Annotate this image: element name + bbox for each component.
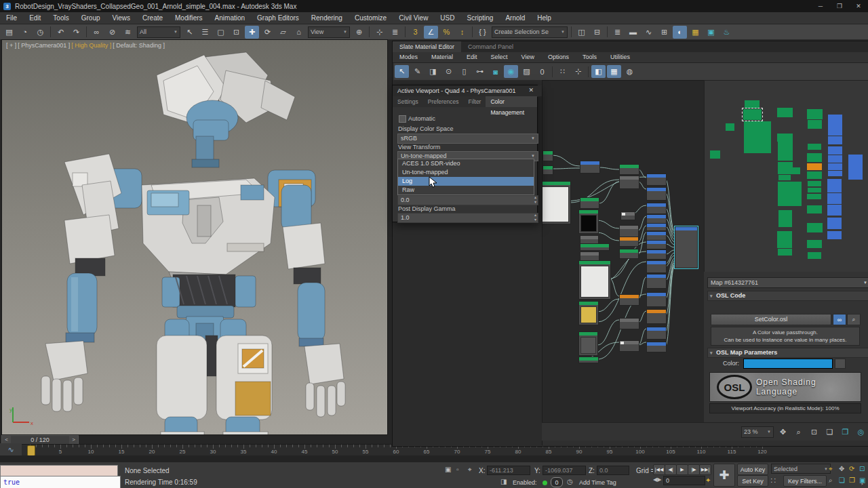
osl-code-rollout[interactable]: OSL Code (707, 291, 868, 301)
dock-tab-command-panel[interactable]: Command Panel (461, 41, 520, 52)
material-node[interactable] (646, 174, 667, 186)
slate-menu-options[interactable]: Options (541, 52, 576, 62)
select-rotate-icon[interactable]: ⟳ (260, 26, 275, 39)
material-node[interactable] (646, 260, 667, 273)
material-node[interactable] (646, 249, 667, 260)
material-node[interactable] (578, 357, 599, 363)
menu-tools[interactable]: Tools (47, 12, 75, 24)
zoom-extents-icon[interactable]: ❏ (823, 426, 837, 439)
align-icon[interactable]: ⊟ (590, 26, 604, 39)
zoom-extents-2-icon[interactable]: ❐ (849, 476, 855, 484)
display-color-space-select[interactable]: sRGB▼ (397, 134, 538, 144)
next-frame-arrow[interactable]: > (69, 436, 78, 444)
percent-snap-icon[interactable]: % (439, 26, 454, 39)
material-node[interactable] (619, 249, 639, 259)
render-production-icon[interactable]: ♨ (719, 26, 734, 39)
spinner-arrows-icon[interactable]: ▴▾ (534, 213, 536, 222)
play-button[interactable]: ▶ (676, 464, 688, 475)
layer-explorer-icon[interactable]: ≣ (610, 26, 625, 39)
view-transform-option[interactable]: Un-tone-mapped (398, 168, 534, 177)
select-tool-icon[interactable]: ↖ (395, 65, 409, 78)
menu-scripting[interactable]: Scripting (460, 12, 499, 24)
menu-arnold[interactable]: Arnold (499, 12, 531, 24)
material-node[interactable] (619, 237, 639, 247)
viewport-label[interactable]: [ + ][ PhysCamera001 ][ High Quality ][ … (6, 42, 165, 49)
maxscript-listener-input[interactable]: true (0, 476, 121, 488)
hide-unused-slots-icon[interactable]: ◍ (623, 65, 637, 78)
browser-toggle-icon[interactable]: ▦ (607, 65, 621, 78)
material-node[interactable] (646, 203, 667, 214)
redo-icon[interactable]: ↷ (69, 26, 83, 39)
dialog-tab-filter[interactable]: Filter (464, 96, 486, 107)
material-node[interactable] (646, 309, 667, 324)
material-node[interactable] (646, 274, 667, 289)
menu-graph-editors[interactable]: Graph Editors (251, 12, 305, 24)
viewport-label-part[interactable]: [ High Quality ] (71, 42, 111, 49)
select-object-icon[interactable]: ↖ (182, 26, 197, 39)
slate-menu-modes[interactable]: Modes (393, 52, 425, 62)
material-node[interactable] (675, 226, 698, 268)
pan-to-selected-icon[interactable]: ◎ (854, 426, 868, 439)
material-node[interactable] (578, 209, 599, 234)
show-numbers-icon[interactable]: 0 (535, 65, 549, 78)
menu-civil-view[interactable]: Civil View (393, 12, 434, 24)
menu-edit[interactable]: Edit (23, 12, 47, 24)
selection-filter-dropdown[interactable]: All▼ (137, 26, 180, 38)
material-node[interactable] (646, 342, 667, 352)
clock-icon[interactable]: ◷ (567, 478, 573, 485)
navigator-panel[interactable] (704, 80, 868, 273)
menu-help[interactable]: Help (531, 12, 557, 24)
dialog-tab-color-management[interactable]: Color Management (486, 96, 537, 107)
curve-editor-icon[interactable]: ∿ (642, 26, 656, 39)
material-preview-icon[interactable]: ◧ (591, 65, 606, 78)
selection-set-dropdown[interactable]: Selected▼ (771, 464, 831, 474)
viewport-label-part[interactable]: [ Default: Shading ] (113, 42, 165, 49)
zoom-tool-icon[interactable]: ⌕ (791, 426, 806, 439)
pan-hand-icon[interactable]: ✥ (776, 426, 790, 439)
nodeview-zoom-dropdown[interactable]: 23 %▼ (741, 426, 774, 438)
track-selection-icon[interactable]: ◨ (500, 478, 507, 485)
layout-all-icon[interactable]: ∷ (555, 65, 570, 78)
material-node[interactable] (619, 176, 639, 189)
material-node[interactable] (578, 260, 611, 300)
orbit-icon[interactable]: ⟳ (849, 465, 854, 472)
menu-file[interactable]: File (0, 12, 23, 24)
material-node[interactable] (646, 240, 667, 249)
material-node[interactable] (619, 318, 639, 329)
view-transform-option[interactable]: Log (398, 177, 534, 186)
named-selection-dropdown[interactable]: Create Selection Se▼ (492, 26, 568, 38)
material-node[interactable] (619, 294, 639, 306)
angle-snap-icon[interactable]: ∠ (424, 26, 438, 39)
view-transform-option[interactable]: Raw (398, 186, 534, 195)
coordsys-dropdown[interactable]: View▼ (308, 26, 350, 38)
menu-group[interactable]: Group (75, 12, 106, 24)
next-frame-button[interactable]: |▶ (688, 464, 700, 475)
maximize-button[interactable]: ❐ (830, 0, 849, 12)
move-children-icon[interactable]: ⊶ (473, 65, 487, 78)
slate-menu-material[interactable]: Material (425, 52, 460, 62)
set-key-button[interactable]: Set Key (737, 475, 768, 487)
viewport-label-part[interactable]: [ PhysCamera001 ] (18, 42, 70, 49)
material-node[interactable] (646, 223, 667, 231)
node-view[interactable] (542, 80, 705, 424)
material-node[interactable] (542, 150, 553, 161)
material-editor-icon[interactable]: ◐ (673, 26, 687, 39)
close-button[interactable]: ✕ (849, 0, 868, 12)
unlink-selection-icon[interactable]: ⊘ (105, 26, 119, 39)
select-by-name-icon[interactable]: ☰ (198, 26, 212, 39)
osl-search-icon[interactable]: ⌕ (847, 314, 861, 325)
slate-menu-utilities[interactable]: Utilities (604, 52, 637, 62)
redo-levels-icon[interactable]: ◷ (33, 26, 47, 39)
zoom-all-icon[interactable]: ❏ (839, 476, 845, 484)
material-node[interactable] (578, 331, 598, 356)
rendered-frame-icon[interactable]: ▣ (704, 26, 718, 39)
undo-levels-icon[interactable]: ◔ (18, 26, 32, 39)
material-node[interactable] (619, 164, 639, 175)
schematic-view-icon[interactable]: ⊞ (657, 26, 671, 39)
frame-nudge-icon[interactable]: ◀▶ (653, 476, 661, 483)
go-to-start-button[interactable]: |◀◀ (653, 464, 665, 475)
absolute-mode-icon[interactable]: ⌖ (468, 466, 472, 474)
osl-map-parameters-rollout[interactable]: OSL Map Parameters (707, 348, 868, 358)
map-name-dropdown[interactable]: Map #614327761 ▼ (707, 277, 868, 288)
key-mode-icon[interactable]: ✦ (705, 476, 711, 484)
